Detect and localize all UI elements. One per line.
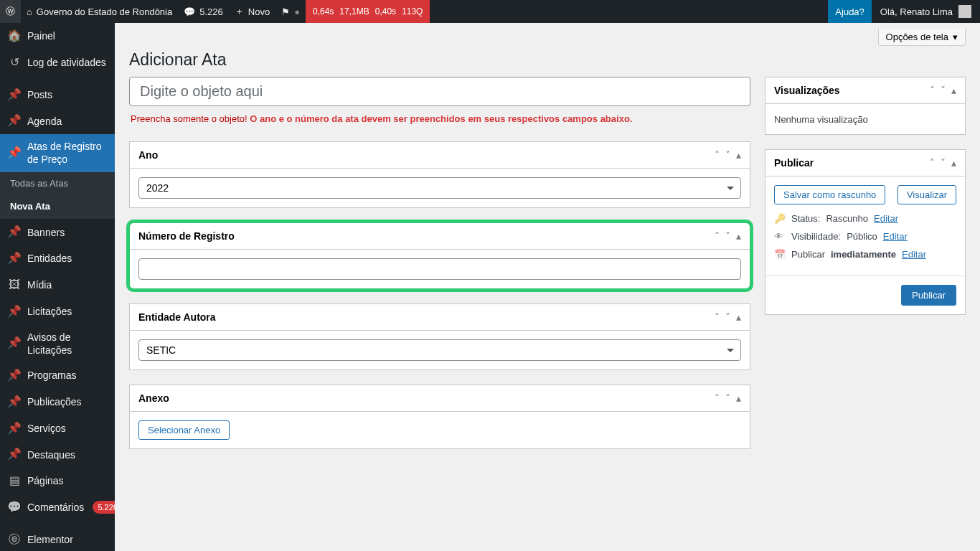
move-up-icon[interactable]: ˄	[930, 85, 935, 96]
debug-toggle[interactable]: ⚑ ●	[275, 0, 306, 23]
ano-select[interactable]: 2022	[138, 177, 741, 199]
select-anexo-label: Selecionar Anexo	[148, 425, 220, 435]
status-label: Status:	[791, 213, 820, 224]
page-title: Adicionar Ata	[129, 49, 966, 77]
sidebar-item-entidades[interactable]: 📌 Entidades	[0, 245, 115, 272]
edit-status-link[interactable]: Editar	[874, 213, 898, 224]
pin-icon: 📌	[7, 395, 22, 410]
save-draft-button[interactable]: Salvar como rascunho	[774, 185, 885, 204]
help-link[interactable]: Ajuda?	[828, 0, 871, 23]
visibility-value: Público	[847, 231, 877, 242]
edit-schedule-link[interactable]: Editar	[902, 249, 926, 260]
new-label: Novo	[248, 6, 270, 17]
pin-icon: 📌	[7, 146, 22, 161]
comment-badge: 5.226	[93, 501, 115, 514]
toggle-icon[interactable]: ▴	[951, 157, 956, 169]
sidebar-sub-all-atas[interactable]: Todas as Atas	[0, 172, 115, 196]
preview-button[interactable]: Visualizar	[897, 185, 956, 204]
comments-link[interactable]: 💬 5.226	[178, 0, 229, 23]
key-icon: 🔑	[774, 213, 786, 224]
move-down-icon[interactable]: ˅	[725, 149, 730, 161]
sidebar-item-log[interactable]: ↺ Log de atividades	[0, 50, 115, 76]
sidebar-item-elementor[interactable]: ⓔ Elementor	[0, 527, 115, 551]
sidebar-item-label: Log de atividades	[27, 56, 109, 69]
title-input[interactable]	[129, 77, 750, 106]
sidebar-item-label: Serviços	[27, 422, 109, 435]
stat-time2: 0,40s	[375, 6, 396, 17]
move-up-icon[interactable]: ˄	[715, 149, 720, 161]
publish-button[interactable]: Publicar	[901, 285, 956, 306]
move-up-icon[interactable]: ˄	[715, 392, 720, 404]
pin-icon: 📌	[7, 368, 22, 383]
new-content[interactable]: ＋ Novo	[229, 0, 275, 23]
circle-icon: ●	[294, 6, 300, 17]
sidebar-item-servicos[interactable]: 📌 Serviços	[0, 415, 115, 442]
pin-icon: 📌	[7, 113, 22, 128]
screen-options-toggle[interactable]: Opções de tela ▾	[878, 29, 966, 46]
box-ano: Ano ˄ ˅ ▴ 2022	[129, 141, 750, 208]
sidebar-item-midia[interactable]: 🖾 Mídia	[0, 272, 115, 298]
greeting-text: Olá, Renato Lima	[880, 6, 953, 17]
toggle-icon[interactable]: ▴	[736, 311, 741, 323]
schedule-value: imediatamente	[831, 249, 896, 260]
sidebar-sub-new-ata[interactable]: Nova Ata	[0, 195, 115, 219]
publish-label: Publicar	[912, 290, 946, 301]
account-menu[interactable]: Olá, Renato Lima	[872, 5, 980, 18]
move-down-icon[interactable]: ˅	[725, 392, 730, 404]
sidebar-item-painel[interactable]: 🏠 Painel	[0, 23, 115, 50]
sidebar-item-avisos[interactable]: 📌 Avisos de Licitações	[0, 325, 115, 362]
site-name: Governo do Estado de Rondônia	[37, 6, 172, 17]
move-up-icon[interactable]: ˄	[930, 157, 935, 169]
box-anexo: Anexo ˄ ˅ ▴ Selecionar Anexo	[129, 385, 750, 449]
sidebar-item-licitacoes[interactable]: 📌 Licitações	[0, 298, 115, 325]
media-icon: 🖾	[7, 278, 22, 293]
move-down-icon[interactable]: ˅	[941, 157, 946, 169]
sidebar-item-banners[interactable]: 📌 Banners	[0, 219, 115, 245]
sidebar-item-programas[interactable]: 📌 Programas	[0, 362, 115, 389]
sidebar-item-label: Destaques	[27, 448, 109, 461]
box-publish: Publicar ˄ ˅ ▴ Salvar como rascunho Visu…	[765, 149, 966, 315]
sidebar-item-comentarios[interactable]: 💬 Comentários 5.226	[0, 494, 115, 521]
comment-icon: 💬	[184, 6, 195, 17]
pin-icon: 📌	[7, 88, 22, 103]
sidebar-item-publicacoes[interactable]: 📌 Publicações	[0, 389, 115, 415]
box-ano-title: Ano	[138, 149, 715, 161]
edit-visibility-link[interactable]: Editar	[883, 231, 908, 242]
sidebar-item-label: Entidades	[27, 252, 109, 265]
toggle-icon[interactable]: ▴	[736, 149, 741, 161]
wordpress-icon: ⓦ	[6, 5, 15, 18]
toggle-icon[interactable]: ▴	[736, 392, 741, 404]
sidebar-item-label: Atas de Registro de Preço	[27, 140, 109, 166]
box-numreg-title: Número de Registro	[138, 230, 715, 242]
move-down-icon[interactable]: ˅	[725, 311, 730, 323]
move-down-icon[interactable]: ˅	[725, 230, 730, 242]
comments-count: 5.226	[199, 6, 223, 17]
sidebar-item-label: Páginas	[27, 474, 109, 487]
schedule-row: 📅 Publicar imediatamente Editar	[774, 249, 956, 260]
sidebar-item-destaques[interactable]: 📌 Destaques	[0, 441, 115, 468]
stat-queries: 113Q	[402, 6, 423, 17]
sidebar-item-atas[interactable]: 📌 Atas de Registro de Preço	[0, 134, 115, 171]
calendar-icon: 📅	[774, 249, 786, 260]
toggle-icon[interactable]: ▴	[736, 230, 741, 242]
site-name-link[interactable]: ⌂ Governo do Estado de Rondônia	[21, 0, 178, 23]
pin-icon: 📌	[7, 336, 22, 351]
move-up-icon[interactable]: ˄	[715, 230, 720, 242]
screen-options-label: Opções de tela	[886, 32, 948, 42]
move-down-icon[interactable]: ˅	[941, 85, 946, 96]
select-anexo-button[interactable]: Selecionar Anexo	[138, 420, 230, 440]
toggle-icon[interactable]: ▴	[951, 85, 956, 96]
plus-icon: ＋	[235, 5, 244, 18]
entidade-select[interactable]: SETIC	[138, 339, 741, 361]
numero-registro-input[interactable]	[138, 258, 741, 280]
sidebar-item-paginas[interactable]: ▤ Páginas	[0, 468, 115, 494]
wp-logo[interactable]: ⓦ	[0, 0, 21, 23]
sidebar-item-label: Comentários	[27, 501, 84, 514]
move-up-icon[interactable]: ˄	[715, 311, 720, 323]
views-empty: Nenhuma visualização	[774, 114, 868, 125]
sidebar-submenu-atas: Todas as Atas Nova Ata	[0, 172, 115, 220]
query-monitor-stats[interactable]: 0,64s 17,1MB 0,40s 113Q	[306, 0, 430, 23]
sidebar-item-agenda[interactable]: 📌 Agenda	[0, 108, 115, 134]
sidebar-item-posts[interactable]: 📌 Posts	[0, 82, 115, 108]
sidebar-item-label: Licitações	[27, 305, 109, 318]
